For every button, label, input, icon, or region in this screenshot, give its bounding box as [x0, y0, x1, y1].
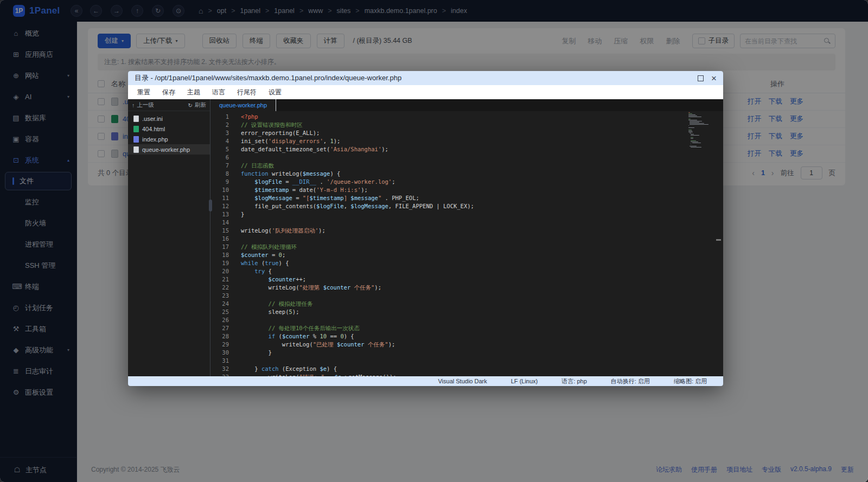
- line-number: 5: [210, 145, 229, 153]
- editor-status-bar: Visual Studio DarkLF (Linux)语言: php自动换行:…: [128, 376, 723, 386]
- fullscreen-icon[interactable]: [698, 75, 704, 81]
- code-line: $logFile = __DIR__ . '/queue-worker.log'…: [241, 178, 723, 186]
- editor-body: ↑ 上一级 ↻ 刷新 .user.ini404.htmlindex.phpque…: [128, 99, 723, 376]
- line-number: 8: [210, 170, 229, 178]
- minimap-line: [691, 142, 698, 142]
- line-number: 14: [210, 218, 229, 227]
- line-number: 26: [210, 316, 229, 324]
- line-number: 25: [210, 308, 229, 316]
- line-number: 15: [210, 227, 229, 235]
- tree-file-name: 404.html: [142, 126, 165, 132]
- editor-menu-language[interactable]: 语言: [207, 88, 230, 97]
- minimap-line: [691, 134, 694, 134]
- editor-tabbar: queue-worker.php: [210, 99, 723, 111]
- code-line: sleep(5);: [241, 308, 723, 316]
- code-line: if ($counter % 10 == 0) {: [241, 332, 723, 340]
- refresh-icon: ↻: [188, 102, 193, 108]
- line-number: 1: [210, 113, 229, 121]
- tree-file-user-ini[interactable]: .user.ini: [128, 113, 210, 124]
- code-area[interactable]: 1234567891011121314151617181920212223242…: [210, 111, 723, 376]
- code-line: $logMessage = "[$timestamp] $message" . …: [241, 194, 723, 202]
- line-number: 23: [210, 292, 229, 300]
- up-arrow-icon: ↑: [132, 102, 135, 108]
- modal-title-icons: ×: [698, 74, 717, 83]
- minimap-line: [692, 143, 701, 143]
- line-number: 13: [210, 210, 229, 218]
- line-number: 28: [210, 332, 229, 340]
- line-number: 20: [210, 267, 229, 275]
- code-line: [241, 218, 723, 227]
- tree-file-name: index.php: [142, 136, 168, 143]
- minimap-line: [691, 137, 693, 138]
- code-line: // 模拟处理任务: [241, 300, 723, 308]
- line-number: 16: [210, 235, 229, 243]
- line-number-gutter: 1234567891011121314151617181920212223242…: [210, 113, 229, 376]
- tree-up-label: 上一级: [137, 101, 154, 109]
- line-number: 33: [210, 373, 229, 376]
- line-number: 9: [210, 178, 229, 186]
- editor-menu-theme[interactable]: 主题: [182, 88, 205, 97]
- minimap-line: [688, 117, 701, 117]
- editor-tab[interactable]: queue-worker.php: [210, 99, 276, 111]
- code-line: // 设置错误报告和时区: [241, 121, 723, 129]
- code-line: file_put_contents($logFile, $logMessage,…: [241, 202, 723, 210]
- editor-menu-eol[interactable]: 行尾符: [232, 88, 261, 97]
- code-lines: <?php// 设置错误报告和时区error_reporting(E_ALL);…: [229, 113, 723, 376]
- php-file-icon: [133, 136, 139, 143]
- line-number: 17: [210, 243, 229, 251]
- tree-file-index-php[interactable]: index.php: [128, 134, 210, 144]
- code-line: $counter = 0;: [241, 251, 723, 259]
- minimap-line: [691, 147, 701, 147]
- code-line: // 模拟队列处理循环: [241, 243, 723, 251]
- tree-up-button[interactable]: ↑ 上一级: [132, 101, 154, 109]
- line-number: 2: [210, 121, 229, 129]
- status-eol: LF (Linux): [511, 378, 538, 384]
- editor-menu-save[interactable]: 保存: [157, 88, 180, 97]
- line-number: 32: [210, 365, 229, 373]
- minimap-line: [690, 146, 697, 146]
- minimap-line: [690, 122, 699, 123]
- tree-refresh-label: 刷新: [195, 101, 206, 109]
- line-number: 29: [210, 340, 229, 349]
- tree-file-queue-worker-php[interactable]: queue-worker.php: [128, 144, 210, 155]
- line-number: 27: [210, 324, 229, 332]
- status-theme: Visual Studio Dark: [438, 378, 487, 384]
- line-number: 7: [210, 162, 229, 170]
- line-number: 24: [210, 300, 229, 308]
- minimap-line: [688, 112, 690, 113]
- tree-file-404-html[interactable]: 404.html: [128, 124, 210, 134]
- panel-resize-handle[interactable]: [209, 200, 212, 211]
- minimap-line: [691, 144, 691, 144]
- minimap-line: [691, 138, 693, 139]
- code-line: // 每处理10个任务后输出一次状态: [241, 324, 723, 332]
- close-icon[interactable]: ×: [711, 74, 717, 83]
- status-minimap: 缩略图: 启用: [674, 377, 707, 385]
- code-line: writeLog("已处理 $counter 个任务");: [241, 340, 723, 349]
- editor-menu-reset[interactable]: 重置: [132, 88, 155, 97]
- code-line: <?php: [241, 113, 723, 121]
- line-number: 6: [210, 153, 229, 162]
- html-file-icon: [133, 126, 139, 132]
- line-number: 11: [210, 194, 229, 202]
- minimap-line: [688, 127, 694, 128]
- line-number: 4: [210, 137, 229, 145]
- minimap-line: [690, 133, 691, 133]
- editor-menu-settings[interactable]: 设置: [264, 88, 286, 97]
- code-line: } catch (Exception $e) {: [241, 365, 723, 373]
- code-line: }: [241, 210, 723, 218]
- minimap-line: [688, 120, 697, 120]
- code-line: writeLog('队列处理器启动');: [241, 227, 723, 235]
- minimap-line: [690, 124, 709, 125]
- app-window: 1P 1Panel ←→↑↻⊙ ⌂ >opt>1panel>1panel>www…: [0, 0, 868, 482]
- code-line: [241, 316, 723, 324]
- file-tree-header: ↑ 上一级 ↻ 刷新: [128, 99, 210, 111]
- minimap[interactable]: [688, 112, 714, 148]
- file-file-icon: [133, 115, 139, 122]
- code-editor-modal: 目录 - /opt/1panel/1panel/www/sites/maxkb.…: [128, 71, 723, 386]
- minimap-line: [691, 140, 696, 141]
- tree-refresh-button[interactable]: ↻ 刷新: [188, 101, 206, 109]
- code-line: try {: [241, 267, 723, 275]
- status-word-wrap: 自动换行: 启用: [611, 377, 650, 385]
- minimap-line: [688, 115, 697, 116]
- line-number: 31: [210, 357, 229, 365]
